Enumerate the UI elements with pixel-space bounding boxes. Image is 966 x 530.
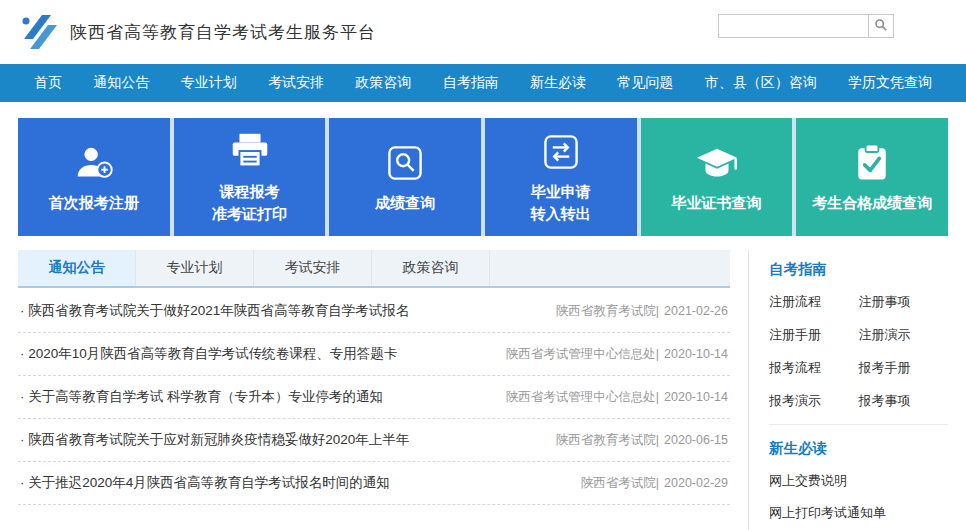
nav-item-faq[interactable]: 常见问题	[617, 74, 673, 92]
sidebar-guide-title: 自考指南	[769, 260, 948, 279]
news-date: 2020-10-14	[664, 347, 728, 361]
news-date: 2021-02-26	[664, 304, 728, 318]
tab-major-plan[interactable]: 专业计划	[136, 250, 254, 286]
news-tabs: 通知公告 专业计划 考试安排 政策咨询	[18, 250, 730, 288]
tab-exam-schedule[interactable]: 考试安排	[254, 250, 372, 286]
news-date: 2020-10-14	[664, 390, 728, 404]
sidebar-link-register-flow[interactable]: 注册流程	[769, 293, 859, 311]
site-logo-icon	[18, 12, 60, 52]
news-row: 2020年10月陕西省高等教育自学考试传统卷课程、专用答题卡 陕西省考试管理中心…	[18, 333, 730, 376]
sidebar-link-register-notes[interactable]: 注册事项	[859, 293, 949, 311]
news-meta: 陕西省教育考试院2020-06-15	[556, 432, 728, 449]
nav-item-major-plan[interactable]: 专业计划	[181, 74, 237, 92]
header: 陕西省高等教育自学考试考生服务平台	[0, 0, 966, 64]
news-link[interactable]: 关于高等教育自学考试 科学教育（专升本）专业停考的通知	[20, 388, 383, 406]
nav-item-home[interactable]: 首页	[34, 74, 62, 92]
magnifier-icon	[874, 18, 888, 35]
news-row: 关于推迟2020年4月陕西省高等教育自学考试报名时间的通知 陕西省考试院2020…	[18, 462, 730, 505]
card-score-query[interactable]: 成绩查询	[329, 118, 481, 236]
transfer-arrows-icon	[539, 129, 583, 175]
newbie-links: 网上交费说明 网上打印考试通知单	[769, 472, 948, 522]
news-source: 陕西省考试管理中心信息处	[506, 347, 659, 361]
news-source: 陕西省考试院	[581, 476, 659, 490]
news-meta: 陕西省考试院2020-02-29	[581, 475, 728, 492]
news-row: 陕西省教育考试院关于做好2021年陕西省高等教育自学考试报名 陕西省教育考试院2…	[18, 290, 730, 333]
card-qualified-score-query[interactable]: 考生合格成绩查询	[796, 118, 948, 236]
guide-links: 注册流程 注册事项 注册手册 注册演示 报考流程 报考手册 报考演示 报考事项	[769, 293, 948, 410]
card-graduation-transfer[interactable]: 毕业申请 转入转出	[485, 118, 637, 236]
news-link[interactable]: 陕西省教育考试院关于做好2021年陕西省高等教育自学考试报名	[20, 302, 409, 320]
news-source: 陕西省考试管理中心信息处	[506, 390, 659, 404]
news-panel: 通知公告 专业计划 考试安排 政策咨询 陕西省教育考试院关于做好2021年陕西省…	[18, 250, 730, 530]
sidebar-link-print-notice[interactable]: 网上打印考试通知单	[769, 504, 948, 522]
nav-item-guide[interactable]: 自考指南	[443, 74, 499, 92]
tab-notices[interactable]: 通知公告	[18, 250, 136, 286]
card-course-register-print[interactable]: 课程报考 准考证打印	[174, 118, 326, 236]
nav-item-local-consult[interactable]: 市、县（区）咨询	[705, 74, 817, 92]
news-source: 陕西省教育考试院	[556, 304, 659, 318]
card-first-registration[interactable]: 首次报考注册	[18, 118, 170, 236]
clipboard-check-icon	[850, 140, 894, 186]
search-input[interactable]	[718, 14, 868, 38]
sidebar-link-apply-flow[interactable]: 报考流程	[769, 359, 859, 377]
news-row: 关于高等教育自学考试 科学教育（专升本）专业停考的通知 陕西省考试管理中心信息处…	[18, 376, 730, 419]
sidebar-link-register-demo[interactable]: 注册演示	[859, 326, 949, 344]
score-search-icon	[383, 140, 427, 186]
quick-actions: 首次报考注册 课程报考 准考证打印	[18, 118, 948, 236]
sidebar-link-apply-notes[interactable]: 报考事项	[859, 392, 949, 410]
card-diploma-query[interactable]: 毕业证书查询	[641, 118, 793, 236]
nav-item-notices[interactable]: 通知公告	[93, 74, 149, 92]
sidebar-divider	[769, 424, 948, 425]
sidebar-newbie-title: 新生必读	[769, 439, 948, 458]
news-meta: 陕西省考试管理中心信息处2020-10-14	[506, 346, 728, 363]
graduation-cap-icon	[694, 140, 740, 186]
card-label: 转入转出	[531, 203, 591, 225]
main-nav: 首页 通知公告 专业计划 考试安排 政策咨询 自考指南 新生必读 常见问题 市、…	[0, 64, 966, 102]
news-meta: 陕西省考试管理中心信息处2020-10-14	[506, 389, 728, 406]
sidebar-link-apply-demo[interactable]: 报考演示	[769, 392, 859, 410]
sidebar-link-register-manual[interactable]: 注册手册	[769, 326, 859, 344]
nav-item-policy[interactable]: 政策咨询	[355, 74, 411, 92]
person-plus-icon	[71, 140, 117, 186]
printer-icon	[227, 129, 273, 175]
news-link[interactable]: 2020年10月陕西省高等教育自学考试传统卷课程、专用答题卡	[20, 345, 397, 363]
card-label: 课程报考	[212, 181, 287, 203]
brand: 陕西省高等教育自学考试考生服务平台	[18, 12, 376, 52]
news-list: 陕西省教育考试院关于做好2021年陕西省高等教育自学考试报名 陕西省教育考试院2…	[18, 288, 730, 505]
news-source: 陕西省教育考试院	[556, 433, 659, 447]
card-label: 成绩查询	[375, 192, 435, 214]
card-label: 准考证打印	[212, 203, 287, 225]
card-label: 毕业申请	[531, 181, 591, 203]
nav-item-exam-schedule[interactable]: 考试安排	[268, 74, 324, 92]
news-meta: 陕西省教育考试院2021-02-26	[556, 303, 728, 320]
nav-item-newbie[interactable]: 新生必读	[530, 74, 586, 92]
news-row: 陕西省教育考试院关于应对新冠肺炎疫情稳妥做好2020年上半年 陕西省教育考试院2…	[18, 419, 730, 462]
news-link[interactable]: 关于推迟2020年4月陕西省高等教育自学考试报名时间的通知	[20, 474, 390, 492]
card-label: 首次报考注册	[49, 192, 139, 214]
card-label: 毕业证书查询	[672, 192, 762, 214]
page: 陕西省高等教育自学考试考生服务平台 首页 通知公告 专业计划 考试安排 政策咨询…	[0, 0, 966, 530]
tab-policy[interactable]: 政策咨询	[372, 250, 490, 286]
page-title: 陕西省高等教育自学考试考生服务平台	[70, 21, 376, 44]
news-link[interactable]: 陕西省教育考试院关于应对新冠肺炎疫情稳妥做好2020年上半年	[20, 431, 409, 449]
sidebar: 自考指南 注册流程 注册事项 注册手册 注册演示 报考流程 报考手册 报考演示 …	[748, 250, 948, 530]
sidebar-link-payment-info[interactable]: 网上交费说明	[769, 472, 948, 490]
card-label: 考生合格成绩查询	[812, 192, 932, 214]
search-box	[718, 14, 894, 38]
main-content: 通知公告 专业计划 考试安排 政策咨询 陕西省教育考试院关于做好2021年陕西省…	[18, 250, 948, 530]
news-date: 2020-06-15	[664, 433, 728, 447]
nav-item-diploma-query[interactable]: 学历文凭查询	[848, 74, 932, 92]
news-date: 2020-02-29	[664, 476, 728, 490]
search-button[interactable]	[868, 14, 894, 38]
sidebar-link-apply-manual[interactable]: 报考手册	[859, 359, 949, 377]
